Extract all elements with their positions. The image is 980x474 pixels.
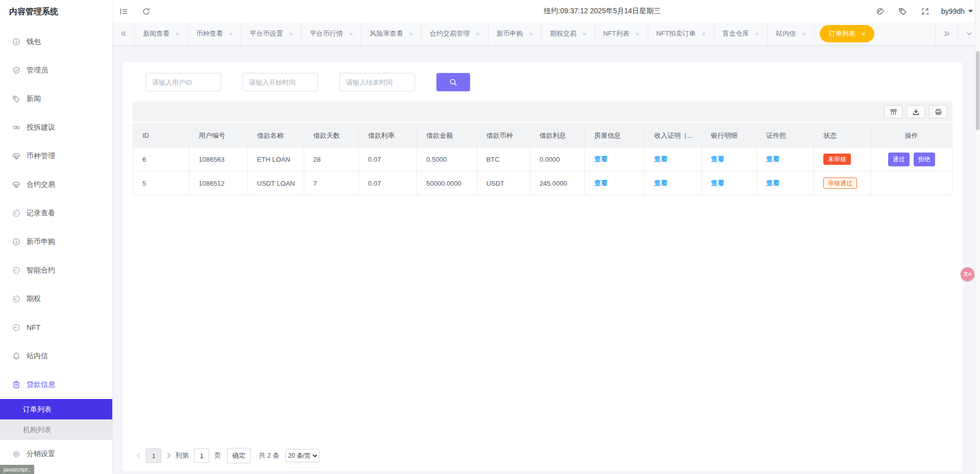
tab-close-icon[interactable]: × (476, 31, 480, 37)
tab-label: NFT列表 (603, 29, 629, 38)
fullscreen-button[interactable] (914, 0, 936, 22)
sidebar-item[interactable]: 投拆建议 (0, 113, 112, 142)
tab-close-icon[interactable]: × (289, 31, 293, 37)
goto-confirm-button[interactable]: 确定 (227, 448, 251, 463)
goto-page-input[interactable] (194, 448, 209, 463)
tab-close-icon[interactable]: × (349, 31, 353, 37)
current-page[interactable]: 1 (146, 448, 161, 463)
orders-table: ID用户编号借款名称借款天数借款利率借款金额借款币种借款利息房屋信息收入证明（.… (133, 123, 952, 195)
sidebar-subitem[interactable]: 机构列表 (0, 419, 112, 440)
sidebar-item[interactable]: 合约交易 (0, 170, 112, 199)
page-size-select[interactable]: 20 条/页 (285, 449, 320, 462)
view-link[interactable]: 查看 (766, 155, 779, 163)
sidebar-item[interactable]: 期权 (0, 285, 112, 313)
table-cell: 7 (304, 171, 358, 195)
export-icon (912, 108, 920, 116)
tab-close-icon[interactable]: × (409, 31, 413, 37)
action-button[interactable]: 通过 (888, 153, 910, 166)
view-link[interactable]: 查看 (654, 179, 667, 187)
tab-close-icon[interactable]: × (802, 31, 806, 37)
export-button[interactable] (906, 105, 925, 118)
table-cell-status: 未审核 (814, 147, 871, 171)
tab[interactable]: 新币申购× (488, 22, 542, 45)
search-icon (449, 78, 457, 86)
scrollbar-thumb[interactable] (976, 51, 979, 130)
table-header-cell: 借款金额 (417, 124, 477, 147)
theme-button[interactable] (869, 0, 891, 22)
translate-floating-button[interactable]: 文A (961, 267, 974, 281)
sidebar-item[interactable]: NFT (0, 313, 112, 342)
sidebar-item[interactable]: 币种管理 (0, 142, 112, 170)
sidebar-item[interactable]: 记录查看 (0, 199, 112, 228)
tab-close-icon[interactable]: × (529, 31, 533, 37)
tab[interactable]: NFT拍卖订单× (648, 22, 715, 45)
sidebar-item[interactable]: $钱包 (0, 28, 112, 56)
view-link[interactable]: 查看 (594, 179, 607, 187)
columns-button[interactable] (884, 105, 902, 118)
view-link[interactable]: 查看 (594, 155, 607, 163)
user-menu[interactable]: by99dh (941, 7, 973, 15)
tag-icon (12, 95, 20, 103)
sidebar-item[interactable]: 新闻 (0, 85, 112, 113)
fold-menu-button[interactable] (112, 0, 135, 22)
tag-button[interactable] (891, 0, 914, 22)
user-id-input[interactable] (145, 73, 221, 91)
sidebar-item[interactable]: 管理员 (0, 56, 112, 85)
search-button[interactable] (436, 73, 470, 91)
tab[interactable]: 币种查看× (188, 22, 242, 45)
sidebar-item-label: 期权 (27, 294, 41, 304)
action-button[interactable]: 拒绝 (914, 153, 935, 166)
table-cell: 245.0000 (530, 171, 584, 195)
sidebar-item[interactable]: $新币申购 (0, 228, 112, 256)
tab-close-icon[interactable]: × (176, 31, 180, 37)
prev-page-button[interactable] (133, 448, 144, 463)
tabs-scroll-left-button[interactable] (112, 22, 135, 45)
table-cell: 6 (133, 147, 189, 171)
tab[interactable]: 平台币设置× (241, 22, 302, 45)
tab-close-icon[interactable]: × (635, 31, 640, 37)
caret-down-icon (968, 10, 973, 13)
tab-close-icon[interactable]: × (755, 31, 760, 37)
print-button[interactable] (929, 105, 947, 118)
tab-label: 合约交易管理 (430, 29, 470, 38)
table-cell-actions (871, 171, 952, 195)
refresh-button[interactable] (135, 0, 157, 22)
table-cell-actions: 通过拒绝 (871, 147, 952, 171)
end-time-input[interactable] (339, 73, 415, 91)
tab-close-icon[interactable]: × (862, 31, 866, 37)
view-link[interactable]: 查看 (711, 179, 724, 187)
sidebar-item-label: NFT (27, 323, 40, 332)
tab[interactable]: 站内信× (768, 22, 815, 45)
tab[interactable]: 期权交易× (542, 22, 595, 45)
tab-list: 新闻查看×币种查看×平台币设置×平台币行情×风险率查看×合约交易管理×新币申购×… (135, 22, 935, 45)
start-time-input[interactable] (242, 73, 318, 91)
tab[interactable]: 风险率查看× (361, 22, 422, 45)
table-cell: 查看 (701, 147, 756, 171)
next-page-button[interactable] (163, 448, 175, 463)
sidebar-item[interactable]: 贷款信息 (0, 370, 112, 399)
sidebar-item[interactable]: 站内信 (0, 342, 112, 370)
tab[interactable]: 平台币行情× (302, 22, 362, 45)
sidebar-item-label: 新闻 (27, 94, 41, 104)
dollar-circle-icon: $ (12, 238, 20, 246)
tab[interactable]: NFT列表× (595, 22, 648, 45)
sidebar-item[interactable]: 分销设置 (0, 440, 112, 468)
tab-label: NFT拍卖订单 (656, 29, 696, 38)
tab[interactable]: 盲盒仓库× (715, 22, 768, 45)
tab-close-icon[interactable]: × (229, 31, 233, 37)
sidebar-item[interactable]: 智能合约 (0, 256, 112, 285)
tab-active[interactable]: 订单列表× (820, 25, 875, 42)
view-link[interactable]: 查看 (711, 155, 724, 163)
tabs-scroll-right-button[interactable] (935, 22, 958, 45)
chevrons-left-icon (120, 30, 127, 37)
tab-close-icon[interactable]: × (582, 31, 586, 37)
clock-text: 纽约:09:37:12 2025年5月14日星期三 (490, 7, 715, 16)
sidebar-item-label: 管理员 (27, 66, 48, 75)
tab[interactable]: 合约交易管理× (422, 22, 488, 45)
view-link[interactable]: 查看 (654, 155, 667, 163)
tab-close-icon[interactable]: × (702, 31, 706, 37)
view-link[interactable]: 查看 (766, 179, 779, 187)
table-cell: 1086563 (189, 147, 248, 171)
tab[interactable]: 新闻查看× (135, 22, 188, 45)
sidebar-subitem[interactable]: 订单列表 (0, 399, 112, 419)
